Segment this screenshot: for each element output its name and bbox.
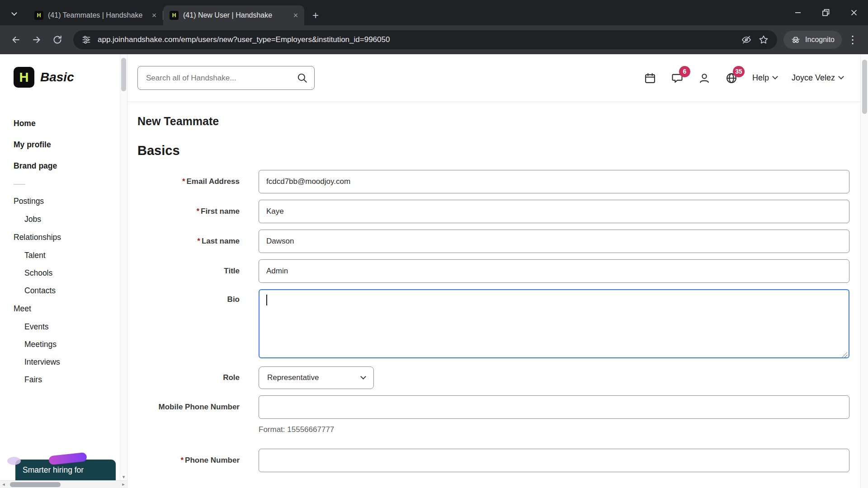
eye-off-icon[interactable]: [741, 34, 752, 45]
scroll-left-icon[interactable]: ◄: [0, 481, 7, 488]
sidebar-item-talent[interactable]: Talent: [0, 247, 127, 264]
person-icon: [698, 72, 711, 84]
scroll-right-icon[interactable]: ►: [120, 481, 127, 488]
tab-close-icon[interactable]: ×: [291, 10, 301, 20]
new-teammate-form: *Email Address *First name *Last name Ti…: [127, 170, 860, 472]
tab-new-user[interactable]: H (41) New User | Handshake ×: [163, 5, 304, 25]
mobile-control: [259, 395, 849, 419]
phone-field[interactable]: [259, 449, 849, 472]
sidebar-item-brand-page[interactable]: Brand page: [0, 155, 127, 177]
email-field[interactable]: [259, 170, 849, 193]
incognito-icon: [791, 35, 801, 45]
promo-banner[interactable]: Smarter hiring for: [15, 460, 116, 480]
browser-menu-button[interactable]: ⋮: [844, 33, 862, 46]
messages-button[interactable]: 6: [671, 72, 684, 84]
sidebar-item-events[interactable]: Events: [0, 318, 127, 336]
user-menu[interactable]: Joyce Velez: [792, 73, 843, 83]
scrollbar-thumb[interactable]: [862, 60, 867, 114]
bio-field[interactable]: [259, 289, 849, 358]
email-control: [259, 170, 849, 193]
first-name-label: *First name: [127, 207, 240, 216]
sidebar-item-fairs[interactable]: Fairs: [0, 371, 127, 389]
logo[interactable]: H Basic: [14, 67, 127, 88]
sidebar-horizontal-scrollbar[interactable]: ◄ ►: [0, 480, 127, 488]
address-bar[interactable]: app.joinhandshake.com/emp/users/new?user…: [73, 30, 777, 49]
role-select[interactable]: Representative: [259, 366, 374, 389]
new-tab-button[interactable]: +: [308, 8, 323, 23]
help-menu[interactable]: Help: [752, 73, 777, 83]
url-text[interactable]: app.joinhandshake.com/emp/users/new?user…: [98, 35, 735, 44]
search: [137, 66, 315, 90]
required-mark: *: [197, 237, 200, 245]
forward-button[interactable]: [27, 30, 46, 49]
phone-control: [259, 449, 849, 472]
forward-icon: [31, 34, 42, 45]
sidebar-item-my-profile[interactable]: My profile: [0, 134, 127, 155]
sidebar-item-postings[interactable]: Postings: [0, 192, 127, 211]
restore-icon: [821, 7, 831, 18]
notifications-badge: 35: [733, 66, 745, 77]
sidebar-item-relationships[interactable]: Relationships: [0, 228, 127, 247]
sidebar-item-meet[interactable]: Meet: [0, 300, 127, 318]
sidebar-vertical-scrollbar[interactable]: ▾: [120, 54, 127, 480]
scrollbar-thumb[interactable]: [10, 482, 61, 487]
tab-teammates[interactable]: H (41) Teammates | Handshake ×: [28, 5, 163, 25]
bio-label: Bio: [127, 295, 240, 304]
required-mark: *: [182, 177, 185, 186]
mobile-field[interactable]: [259, 395, 849, 419]
required-mark: *: [196, 207, 199, 216]
sidebar-item-interviews[interactable]: Interviews: [0, 353, 127, 371]
chevron-down-icon: [772, 74, 778, 80]
title-field[interactable]: [259, 259, 849, 283]
chevron-down-icon: [360, 374, 366, 380]
sidebar-item-meetings[interactable]: Meetings: [0, 336, 127, 353]
reload-button[interactable]: [48, 30, 67, 49]
sidebar-item-jobs[interactable]: Jobs: [0, 211, 127, 228]
calendar-button[interactable]: [644, 72, 656, 84]
promo-text: Smarter hiring for: [23, 465, 84, 475]
handshake-logo-icon: H: [14, 67, 34, 88]
first-name-field[interactable]: [259, 200, 849, 223]
text-caret: [266, 295, 267, 305]
sidebar-item-home[interactable]: Home: [0, 113, 127, 134]
sidebar-item-contacts[interactable]: Contacts: [0, 282, 127, 300]
promo-decoration: [48, 452, 87, 465]
plan-name: Basic: [40, 70, 74, 84]
minimize-icon: [793, 7, 803, 18]
scrollbar-thumb[interactable]: [121, 58, 126, 91]
incognito-badge: Incognito: [783, 31, 842, 49]
notifications-button[interactable]: 35: [725, 72, 738, 84]
last-name-field[interactable]: [259, 230, 849, 253]
window-controls: [784, 0, 868, 25]
sidebar-item-schools[interactable]: Schools: [0, 264, 127, 282]
first-name-control: [259, 200, 849, 223]
sidebar: H Basic Home My profile Brand page Posti…: [0, 54, 127, 488]
search-input[interactable]: [137, 66, 315, 90]
site-info-icon[interactable]: [81, 35, 91, 45]
mobile-row: Mobile Phone Number: [127, 395, 849, 419]
handshake-favicon: H: [34, 11, 43, 20]
close-button[interactable]: [840, 0, 868, 25]
promo-decoration: [7, 457, 21, 465]
tabs: H (41) Teammates | Handshake × H (41) Ne…: [28, 5, 323, 25]
first-name-row: *First name: [127, 200, 849, 223]
main-scrollbar[interactable]: [860, 54, 868, 488]
back-button[interactable]: [6, 30, 25, 49]
messages-badge: 6: [679, 66, 690, 77]
screen: H (41) Teammates | Handshake × H (41) Ne…: [0, 0, 868, 488]
tab-search-button[interactable]: [7, 6, 21, 19]
role-control: Representative: [259, 366, 849, 389]
incognito-label: Incognito: [805, 36, 835, 44]
profile-button[interactable]: [698, 72, 711, 84]
tab-title: (41) New User | Handshake: [183, 11, 286, 19]
mobile-format-helper: Format: 15556667777: [259, 425, 849, 434]
user-name: Joyce Velez: [792, 73, 835, 83]
last-name-control: [259, 230, 849, 253]
bookmark-star-icon[interactable]: [758, 34, 769, 45]
restore-button[interactable]: [812, 0, 840, 25]
tab-close-icon[interactable]: ×: [149, 10, 159, 20]
search-icon: [296, 72, 308, 85]
minimize-button[interactable]: [784, 0, 812, 25]
scroll-down-icon[interactable]: ▾: [120, 474, 127, 479]
bio-control: [259, 289, 849, 360]
